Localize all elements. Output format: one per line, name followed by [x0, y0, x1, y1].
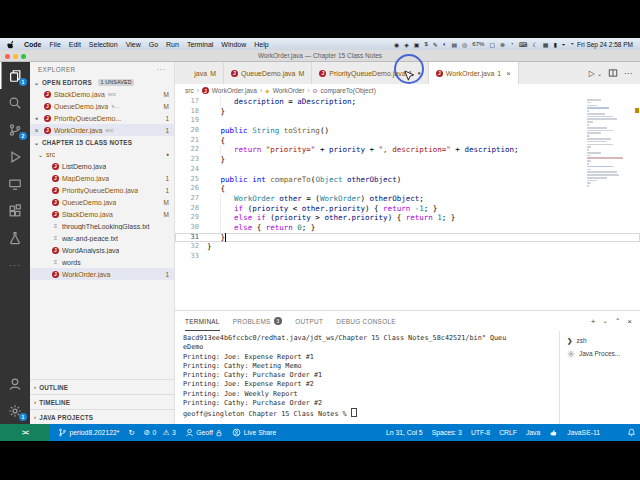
split-editor-button[interactable] — [608, 68, 618, 78]
activity-search[interactable] — [0, 89, 30, 116]
breadcrumb-item[interactable]: src — [185, 87, 194, 94]
minimap[interactable] — [587, 99, 631, 188]
tab-queuedemo-java[interactable]: JQueueDemo.javaM — [224, 62, 312, 84]
menu-window[interactable]: Window — [221, 41, 246, 48]
tab-java[interactable]: javaM — [175, 62, 224, 84]
section-java-projects[interactable]: ›JAVA PROJECTS — [30, 409, 174, 424]
cancel-icon[interactable]: ⊗ — [500, 41, 505, 48]
grid-icon[interactable]: ▤ — [451, 41, 457, 48]
panel-tab-debug-console[interactable]: DEBUG CONSOLE — [336, 311, 396, 331]
menu-run[interactable]: Run — [166, 41, 179, 48]
java-status[interactable] — [609, 428, 618, 437]
activity-account[interactable] — [0, 370, 30, 397]
menu-terminal[interactable]: Terminal — [187, 41, 213, 48]
section-outline[interactable]: ›OUTLINE — [30, 379, 174, 394]
activity-more-actions[interactable]: ··· — [0, 251, 30, 278]
battery-icon[interactable]: ▮ — [553, 41, 556, 48]
keyboard-icon[interactable]: ⌨ — [519, 41, 528, 48]
notifications-bell[interactable] — [627, 428, 636, 437]
activity-extensions[interactable] — [0, 197, 30, 224]
workspace-header[interactable]: ⌄CHAPTER 15 CLASS NOTES — [30, 136, 174, 148]
account-status[interactable]: Geoff — [185, 428, 224, 437]
menu-code[interactable]: Code — [24, 41, 42, 48]
encoding[interactable]: UTF-8 — [471, 429, 490, 436]
open-editor-item[interactable]: ●JPriorityQueueDemo...1 — [30, 112, 174, 124]
activity-explorer[interactable]: 1 — [0, 62, 30, 89]
close-window-button[interactable] — [5, 54, 10, 59]
breadcrumb-item[interactable]: WorkOrder.java — [212, 87, 257, 94]
java-runtime[interactable]: JavaSE-11 — [567, 429, 600, 436]
live-share[interactable]: Live Share — [232, 428, 276, 437]
close-icon[interactable]: × — [506, 69, 510, 78]
language-mode[interactable]: Java — [526, 429, 540, 436]
breadcrumb-item[interactable]: compareTo(Object) — [321, 87, 376, 94]
panel-tab-problems[interactable]: PROBLEMS3 — [233, 311, 282, 331]
folder-src[interactable]: ⌄src● — [30, 148, 174, 160]
pen-icon[interactable]: ✎ — [433, 41, 438, 48]
problems-summary[interactable]: ⊘0⚠3 — [144, 428, 176, 437]
more-actions-button[interactable]: ⋯ — [624, 69, 632, 78]
moon-icon[interactable]: ☾ — [532, 41, 537, 48]
activity-run-debug[interactable] — [0, 143, 30, 170]
clock-icon[interactable]: ◔ — [510, 41, 514, 47]
tree-item[interactable]: JWorkOrder.java1 — [30, 268, 174, 280]
battery-percent[interactable]: 67% — [472, 41, 484, 47]
shield-icon[interactable]: ◈ — [404, 41, 409, 48]
tree-item[interactable]: JWordAnalysis.java — [30, 244, 174, 256]
control-center-icon[interactable]: ◓ — [570, 41, 574, 47]
terminal-session-java-process[interactable]: Java Proces... — [560, 347, 640, 360]
menu-go[interactable]: Go — [149, 41, 158, 48]
tree-item[interactable]: ≡words — [30, 256, 174, 268]
sidebar-more-actions[interactable]: ··· — [157, 66, 166, 73]
close-panel-button[interactable]: × — [627, 317, 632, 326]
run-button[interactable]: ▷ — [589, 69, 595, 78]
calendar-icon[interactable]: ▦ — [543, 41, 549, 48]
menu-selection[interactable]: Selection — [89, 41, 118, 48]
remote-indicator[interactable]: >< — [0, 424, 50, 441]
tree-item[interactable]: JPriorityQueueDemo.java1 — [30, 184, 174, 196]
menu-clock[interactable]: Fri Sep 24 2:58 PM — [577, 41, 633, 48]
terminal-picker-dropdown[interactable]: ⌄ — [602, 317, 607, 325]
code-editor[interactable]: 17 description = aDescription;18 }1920 p… — [175, 97, 640, 310]
panel-tab-output[interactable]: OUTPUT — [295, 311, 323, 331]
menu-edit[interactable]: Edit — [69, 41, 81, 48]
tree-item[interactable]: JMapDemo.java1 — [30, 172, 174, 184]
terminal-session-zsh[interactable]: ❯zsh — [560, 334, 640, 347]
open-editor-item[interactable]: JStackDemo.javasrcM — [30, 88, 174, 100]
wifi-icon[interactable]: ◒ — [562, 41, 566, 47]
target-icon[interactable]: ◎ — [462, 41, 467, 48]
tree-item[interactable]: JStackDemo.javaM — [30, 208, 174, 220]
activity-source-control[interactable]: 2 — [0, 116, 30, 143]
run-dropdown[interactable]: ⌄ — [597, 70, 602, 77]
feedback[interactable] — [549, 428, 558, 437]
currency-icon[interactable]: $ — [424, 41, 427, 47]
open-editors-header[interactable]: ⌄OPEN EDITORS1 UNSAVED — [30, 76, 174, 88]
tab-workorder-java[interactable]: JWorkOrder.java1× — [429, 62, 519, 84]
folders-icon[interactable]: ▢ — [489, 41, 495, 48]
cursor-position[interactable]: Ln 31, Col 5 — [386, 429, 423, 436]
sync-button[interactable]: ↻ — [128, 428, 134, 437]
eol-selector[interactable]: CRLF — [499, 429, 517, 436]
terminal-output[interactable]: 8acd913ee4b6fccbc0/redhat.java/jdt_ws/Ch… — [175, 331, 559, 424]
activity-settings[interactable]: 1 — [0, 397, 30, 424]
activity-remote-explorer[interactable] — [0, 170, 30, 197]
close-icon[interactable]: × — [33, 127, 40, 134]
contrast-icon[interactable]: ◐ — [443, 41, 447, 47]
zoom-window-button[interactable] — [21, 54, 26, 59]
section-timeline[interactable]: ›TIMELINE — [30, 394, 174, 409]
indentation[interactable]: Spaces: 3 — [432, 429, 462, 436]
maximize-panel-button[interactable]: ⌃ — [615, 317, 620, 325]
minimize-window-button[interactable] — [13, 54, 18, 59]
open-editor-item[interactable]: JQueueDemo.javas...M — [30, 100, 174, 112]
record-icon[interactable]: ◉ — [394, 41, 399, 48]
window-manager-icon[interactable]: ▣ — [414, 41, 420, 48]
open-editor-item[interactable]: ×JWorkOrder.javasrc1 — [30, 124, 174, 136]
breadcrumb-item[interactable]: WorkOrder — [273, 87, 305, 94]
git-branch[interactable]: period8.202122* — [58, 428, 119, 437]
menu-file[interactable]: File — [50, 41, 61, 48]
activity-testing[interactable] — [0, 224, 30, 251]
tree-item[interactable]: JQueueDemo.javaM — [30, 196, 174, 208]
new-terminal-button[interactable]: + — [591, 317, 596, 326]
tree-item[interactable]: ≡throughTheLookingGlass.txt — [30, 220, 174, 232]
panel-tab-terminal[interactable]: TERMINAL — [185, 311, 220, 331]
